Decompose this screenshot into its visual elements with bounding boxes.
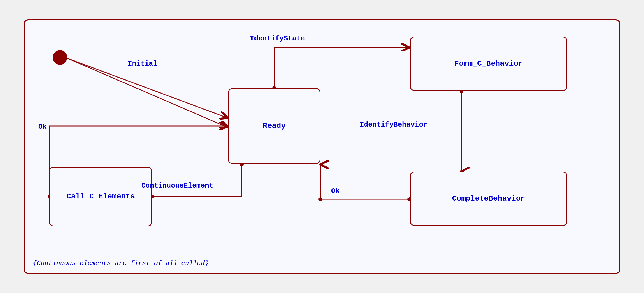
state-form-c-behavior: Form_C_Behavior — [410, 37, 567, 91]
state-complete-label: CompleteBehavior — [452, 194, 525, 203]
state-ready-label: Ready — [263, 122, 286, 130]
diagram-container: Ready Form_C_Behavior CompleteBehavior C… — [24, 19, 620, 274]
state-form-label: Form_C_Behavior — [454, 59, 523, 68]
label-ok-call: Ok — [38, 123, 47, 131]
state-call-c-elements: Call_C_Elements — [49, 167, 152, 226]
state-call-label: Call_C_Elements — [66, 192, 135, 201]
label-initial: Initial — [128, 60, 157, 68]
footer-label: {Continuous elements are first of all ca… — [33, 260, 209, 267]
label-identify-state: IdentifyState — [250, 34, 305, 43]
ready-to-form-line — [274, 47, 409, 88]
label-ok-complete: Ok — [331, 187, 340, 195]
label-identify-behavior: IdentifyBehavior — [360, 121, 428, 129]
state-ready: Ready — [228, 88, 320, 164]
label-continuous-element: ContinuousElement — [141, 182, 213, 190]
state-complete-behavior: CompleteBehavior — [410, 172, 567, 226]
ready-to-call-line — [153, 165, 242, 197]
initial-dot — [53, 50, 67, 65]
initial-to-ready-line2 — [67, 58, 228, 127]
